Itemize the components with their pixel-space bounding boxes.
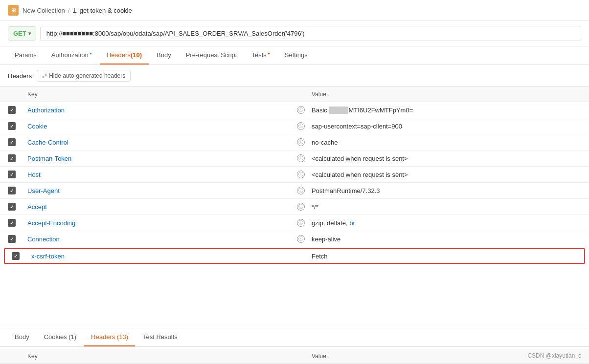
table-row: Cookie ⓘ sap-usercontext=sap-client=900 [0, 118, 589, 134]
row-checkbox[interactable] [8, 219, 16, 227]
row-checkbox[interactable] [8, 203, 16, 211]
tab-body[interactable]: Body [150, 46, 178, 64]
row-key: Host [27, 171, 297, 178]
col-key-label: Key [27, 91, 297, 98]
url-bar: GET ▾ [0, 21, 589, 46]
tab-headers[interactable]: Headers(10) [100, 46, 149, 64]
row-value: sap-usercontext=sap-client=900 [312, 123, 581, 130]
table-row: Postman-Token ⓘ <calculated when request… [0, 150, 589, 167]
info-icon[interactable]: ⓘ [297, 138, 305, 146]
breadcrumb: New Collection / 1. get token & cookie [23, 7, 132, 14]
row-value: <calculated when request is sent> [312, 171, 581, 178]
table-row: Accept-Encoding ⓘ gzip, deflate, br [0, 215, 589, 231]
headers-badge: (10) [131, 51, 142, 59]
row-value: no-cache [312, 139, 581, 146]
collection-name[interactable]: New Collection [23, 7, 65, 14]
tab-authorization[interactable]: Authorization ● [45, 46, 99, 64]
row-key: Cookie [27, 123, 297, 130]
row-checkbox[interactable] [8, 235, 16, 243]
breadcrumb-separator: / [68, 7, 70, 14]
table-row-highlighted: x-csrf-token Fetch [4, 248, 585, 264]
breadcrumb-bar: ⊞ New Collection / 1. get token & cookie [0, 0, 589, 21]
request-tabs: Params Authorization ● Headers(10) Body … [0, 46, 589, 65]
info-icon[interactable]: ⓘ [297, 187, 305, 194]
blurred-value: ■■■■ [329, 107, 348, 114]
hide-auto-headers-button[interactable]: ⇄ Hide auto-generated headers [37, 70, 131, 82]
info-icon[interactable]: ⓘ [297, 122, 305, 130]
row-value: keep-alive [312, 236, 581, 243]
row-key: Accept [27, 203, 297, 211]
info-icon[interactable]: ⓘ [297, 154, 305, 162]
chevron-down-icon: ▾ [28, 31, 31, 36]
table-row: Authorization ⓘ Basic ■■■■MTI6U2FwMTFpYm… [0, 102, 589, 118]
row-checkbox[interactable] [12, 252, 20, 260]
tab-settings[interactable]: Settings [278, 46, 315, 64]
url-input[interactable] [40, 26, 581, 41]
link-br[interactable]: br [349, 219, 355, 227]
row-value: PostmanRuntime/7.32.3 [312, 187, 581, 194]
tests-dot: ● [267, 51, 270, 56]
headers-section-bar: Headers ⇄ Hide auto-generated headers [0, 65, 589, 87]
table-header: Key Value [0, 87, 589, 102]
info-icon[interactable]: ⓘ [297, 106, 305, 114]
row-value: */* [312, 203, 581, 211]
row-value: gzip, deflate, br [312, 219, 581, 227]
table-row: Connection ⓘ keep-alive [0, 231, 589, 247]
tab-params[interactable]: Params [8, 46, 44, 64]
row-key: Cache-Control [27, 139, 297, 146]
info-icon[interactable]: ⓘ [297, 219, 305, 227]
request-name: 1. get token & cookie [72, 7, 132, 14]
headers-table: Authorization ⓘ Basic ■■■■MTI6U2FwMTFpYm… [0, 102, 589, 264]
info-icon[interactable]: ⓘ [297, 235, 305, 243]
row-value: Basic ■■■■MTI6U2FwMTFpYm0= [312, 107, 581, 114]
row-value: <calculated when request is sent> [312, 155, 581, 162]
row-checkbox[interactable] [8, 138, 16, 146]
row-checkbox[interactable] [8, 187, 16, 194]
row-checkbox[interactable] [8, 171, 16, 178]
col-value-label: Value [312, 91, 581, 98]
collection-icon: ⊞ [8, 5, 19, 16]
row-key: Connection [27, 236, 297, 243]
method-selector[interactable]: GET ▾ [8, 26, 36, 41]
row-key: User-Agent [27, 187, 297, 194]
tab-prerequest[interactable]: Pre-request Script [179, 46, 244, 64]
table-row: Cache-Control ⓘ no-cache [0, 134, 589, 150]
row-value: Fetch [312, 253, 577, 260]
table-row: User-Agent ⓘ PostmanRuntime/7.32.3 [0, 183, 589, 199]
tab-tests[interactable]: Tests ● [245, 46, 276, 64]
row-checkbox[interactable] [8, 106, 16, 114]
info-icon[interactable]: ⓘ [297, 171, 305, 178]
row-key: Postman-Token [27, 155, 297, 162]
headers-label: Headers [8, 72, 32, 80]
hide-auto-label: Hide auto-generated headers [49, 72, 125, 79]
table-row: Host ⓘ <calculated when request is sent> [0, 167, 589, 183]
table-row: Accept ⓘ */* [0, 199, 589, 215]
info-icon[interactable]: ⓘ [297, 203, 305, 211]
row-key: Authorization [27, 107, 297, 114]
authorization-dot: ● [89, 51, 92, 56]
row-checkbox[interactable] [8, 122, 16, 130]
hide-auto-icon: ⇄ [42, 72, 47, 79]
method-label: GET [13, 30, 26, 37]
row-checkbox[interactable] [8, 154, 16, 162]
row-key: x-csrf-token [31, 253, 297, 260]
row-key: Accept-Encoding [27, 219, 297, 227]
